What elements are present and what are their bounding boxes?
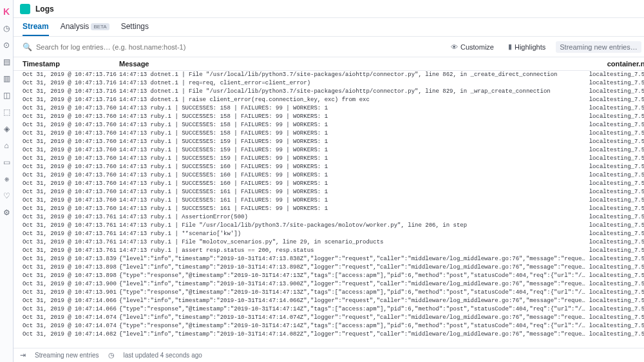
log-row[interactable]: Oct 31, 2019 @ 10:47:13.76014:47:13 ruby… [14,188,644,196]
log-timestamp: Oct 31, 2019 @ 10:47:14.074 [23,322,119,330]
log-row[interactable]: Oct 31, 2019 @ 10:47:14.074{"type":"resp… [14,322,644,330]
log-container: localtesting_7.5.0_opbeans-load-gene… [585,171,644,180]
log-row[interactable]: Oct 31, 2019 @ 10:47:13.71614:47:13 dotn… [14,96,644,104]
siem-icon[interactable]: ⚙ [0,206,13,219]
log-row[interactable]: Oct 31, 2019 @ 10:47:13.76014:47:13 ruby… [14,129,644,138]
log-row[interactable]: Oct 31, 2019 @ 10:47:13.76014:47:13 ruby… [14,121,644,129]
log-row[interactable]: Oct 31, 2019 @ 10:47:14.074{"level":"inf… [14,314,644,322]
log-row[interactable]: Oct 31, 2019 @ 10:47:13.898{"level":"inf… [14,263,644,272]
log-row[interactable]: Oct 31, 2019 @ 10:47:13.900{"level":"inf… [14,280,644,289]
log-message: 14:47:13 ruby.1 | AssertionError(500) [119,213,585,222]
log-row[interactable]: Oct 31, 2019 @ 10:47:13.76014:47:13 ruby… [14,104,644,113]
expand-icon[interactable]: ⇥ [20,351,26,359]
maps-icon[interactable]: ⬚ [0,106,13,119]
log-timestamp: Oct 31, 2019 @ 10:47:13.760 [23,138,119,146]
log-row[interactable]: Oct 31, 2019 @ 10:47:13.76114:47:13 ruby… [14,238,644,247]
tab-analysis[interactable]: AnalysisBETA [61,22,109,36]
customize-button[interactable]: 👁Customize [447,41,498,53]
log-row[interactable]: Oct 31, 2019 @ 10:47:13.901{"type":"resp… [14,289,644,297]
log-row[interactable]: Oct 31, 2019 @ 10:47:13.76014:47:13 ruby… [14,155,644,163]
log-timestamp: Oct 31, 2019 @ 10:47:13.760 [23,121,119,129]
log-message: 14:47:13 ruby.1 | SUCCESSES: 160 | FAILU… [119,171,585,180]
log-container: localtesting_7.5.0_opbeans-load-gene… [585,163,644,171]
log-message: {"level":"info","timestamp":"2019-10-31T… [119,314,585,322]
discover-icon[interactable]: ⊙ [0,39,13,52]
log-row[interactable]: Oct 31, 2019 @ 10:47:13.76014:47:13 ruby… [14,146,644,155]
log-timestamp: Oct 31, 2019 @ 10:47:13.760 [23,155,119,163]
log-timestamp: Oct 31, 2019 @ 10:47:13.760 [23,196,119,205]
ml-icon[interactable]: ◈ [0,122,13,135]
log-message: {"type":"response","@timestamp":"2019-10… [119,289,585,297]
log-row[interactable]: Oct 31, 2019 @ 10:47:13.898{"type":"resp… [14,272,644,280]
log-message: 14:47:13 ruby.1 | SUCCESSES: 160 | FAILU… [119,163,585,171]
log-row[interactable]: Oct 31, 2019 @ 10:47:13.76014:47:13 ruby… [14,205,644,213]
log-timestamp: Oct 31, 2019 @ 10:47:13.898 [23,263,119,272]
log-row[interactable]: Oct 31, 2019 @ 10:47:13.76114:47:13 ruby… [14,222,644,230]
log-message: 14:47:13 ruby.1 | SUCCESSES: 161 | FAILU… [119,188,585,196]
log-timestamp: Oct 31, 2019 @ 10:47:14.066 [23,305,119,314]
log-viewer[interactable]: Oct 31, 2019 @ 10:47:13.71614:47:13 dotn… [14,71,644,348]
log-timestamp: Oct 31, 2019 @ 10:47:13.900 [23,280,119,289]
footer-streaming: Streaming new entries [35,352,99,359]
streaming-indicator[interactable]: Streaming new entries… [556,41,641,53]
log-message: 14:47:13 ruby.1 | SUCCESSES: 158 | FAILU… [119,104,585,113]
log-timestamp: Oct 31, 2019 @ 10:47:13.716 [23,88,119,96]
log-message: {"type":"response","@timestamp":"2019-10… [119,272,585,280]
visualize-icon[interactable]: ▤ [0,55,13,68]
log-row[interactable]: Oct 31, 2019 @ 10:47:13.71614:47:13 dotn… [14,88,644,96]
infra-icon[interactable]: ⌂ [0,139,13,152]
log-row[interactable]: Oct 31, 2019 @ 10:47:13.71614:47:13 dotn… [14,71,644,79]
logs-icon[interactable]: ▭ [0,156,13,169]
log-row[interactable]: Oct 31, 2019 @ 10:47:14.066{"level":"inf… [14,297,644,305]
left-sidebar: K ◷ ⊙ ▤ ▥ ◫ ⬚ ◈ ⌂ ▭ ⎈ ♡ ⚙ [0,0,14,362]
log-row[interactable]: Oct 31, 2019 @ 10:47:13.839{"level":"inf… [14,255,644,263]
highlights-button[interactable]: ▮Highlights [504,41,549,53]
log-message: {"level":"info","timestamp":"2019-10-31T… [119,297,585,305]
log-message: {"level":"info","timestamp":"2019-10-31T… [119,255,585,263]
log-container: localtesting_7.5.0_opbeans-load-gene… [585,188,644,196]
recent-icon[interactable]: ◷ [0,22,13,35]
search-input[interactable] [36,43,440,51]
uptime-icon[interactable]: ♡ [0,189,13,202]
log-row[interactable]: Oct 31, 2019 @ 10:47:14.066{"type":"resp… [14,305,644,314]
log-message: 14:47:13 ruby.1 | SUCCESSES: 158 | FAILU… [119,113,585,121]
footer: ⇥ Streaming new entries ◷ last updated 4… [14,348,644,362]
log-timestamp: Oct 31, 2019 @ 10:47:13.839 [23,255,119,263]
log-timestamp: Oct 31, 2019 @ 10:47:13.901 [23,289,119,297]
log-row[interactable]: Oct 31, 2019 @ 10:47:13.76114:47:13 ruby… [14,230,644,238]
canvas-icon[interactable]: ◫ [0,89,13,102]
log-timestamp: Oct 31, 2019 @ 10:47:13.716 [23,79,119,88]
log-container: localtesting_7.5.0_opbeans-load-gene… [585,104,644,113]
log-timestamp: Oct 31, 2019 @ 10:47:14.074 [23,314,119,322]
log-container: localtesting_7.5.0_opbeans-load-gene… [585,155,644,163]
log-row[interactable]: Oct 31, 2019 @ 10:47:13.76014:47:13 ruby… [14,138,644,146]
log-row[interactable]: Oct 31, 2019 @ 10:47:13.76014:47:13 ruby… [14,196,644,205]
tab-stream[interactable]: Stream [23,22,49,36]
log-row[interactable]: Oct 31, 2019 @ 10:47:13.76114:47:13 ruby… [14,213,644,222]
log-row[interactable]: Oct 31, 2019 @ 10:47:13.76014:47:13 ruby… [14,163,644,171]
log-message: {"level":"info","timestamp":"2019-10-31T… [119,263,585,272]
log-message: {"type":"response","@timestamp":"2019-10… [119,305,585,314]
dashboard-icon[interactable]: ▥ [0,72,13,85]
search-wrap: 🔍 [23,43,440,52]
log-message: 14:47:13 ruby.1 | SUCCESSES: 159 | FAILU… [119,155,585,163]
log-timestamp: Oct 31, 2019 @ 10:47:13.760 [23,171,119,180]
log-row[interactable]: Oct 31, 2019 @ 10:47:13.76114:47:13 ruby… [14,247,644,255]
log-row[interactable]: Oct 31, 2019 @ 10:47:13.76014:47:13 ruby… [14,113,644,121]
log-message: {"type":"response","@timestamp":"2019-10… [119,322,585,330]
log-timestamp: Oct 31, 2019 @ 10:47:13.760 [23,163,119,171]
log-row[interactable]: Oct 31, 2019 @ 10:47:14.082{"level":"inf… [14,330,644,339]
log-row[interactable]: Oct 31, 2019 @ 10:47:13.76014:47:13 ruby… [14,180,644,188]
log-message: 14:47:13 ruby.1 | SUCCESSES: 158 | FAILU… [119,121,585,129]
beta-badge: BETA [91,23,109,30]
log-timestamp: Oct 31, 2019 @ 10:47:13.761 [23,230,119,238]
kibana-logo[interactable]: K [3,4,10,19]
log-container: localtesting_7.5.0_opbeans-load-gene… [585,146,644,155]
tab-settings[interactable]: Settings [121,22,149,36]
log-row[interactable]: Oct 31, 2019 @ 10:47:13.71614:47:13 dotn… [14,79,644,88]
log-row[interactable]: Oct 31, 2019 @ 10:47:13.76014:47:13 ruby… [14,171,644,180]
log-container: localtesting_7.5.0_apm-server [585,255,644,263]
apm-icon[interactable]: ⎈ [0,173,13,186]
titlebar: Logs ⚙ [14,0,644,18]
log-message: 14:47:13 ruby.1 | File "molotov_scenario… [119,238,585,247]
